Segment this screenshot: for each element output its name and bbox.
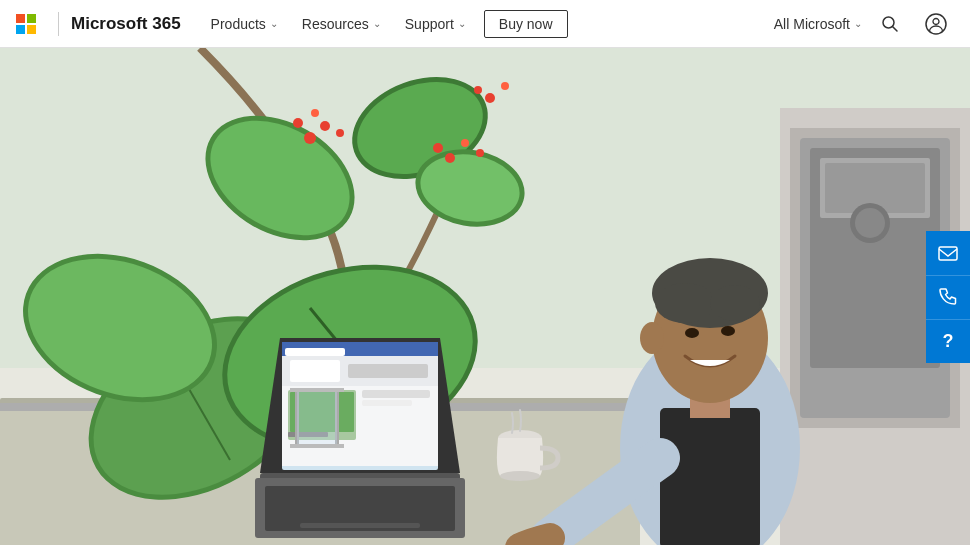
svg-rect-75 — [297, 392, 337, 444]
svg-point-37 — [461, 139, 469, 147]
svg-point-31 — [304, 132, 316, 144]
account-button[interactable] — [918, 6, 954, 42]
svg-rect-44 — [660, 408, 760, 545]
support-chevron-icon: ⌄ — [458, 18, 466, 29]
svg-point-50 — [640, 322, 664, 354]
svg-rect-73 — [290, 388, 344, 392]
svg-point-34 — [311, 109, 319, 117]
svg-point-51 — [685, 328, 699, 338]
nav-resources[interactable]: Resources ⌄ — [292, 12, 391, 36]
microsoft-logo[interactable] — [16, 14, 36, 34]
nav-products[interactable]: Products ⌄ — [201, 12, 288, 36]
nav-links: Products ⌄ Resources ⌄ Support ⌄ Buy now — [201, 10, 774, 38]
products-chevron-icon: ⌄ — [270, 18, 278, 29]
svg-point-48 — [655, 283, 715, 323]
svg-point-41 — [501, 82, 509, 90]
svg-point-16 — [855, 208, 885, 238]
phone-icon — [937, 286, 959, 308]
buy-now-button[interactable]: Buy now — [484, 10, 568, 38]
nav-support-label: Support — [405, 16, 454, 32]
svg-line-1 — [893, 26, 898, 31]
nav-divider — [58, 12, 59, 36]
svg-point-52 — [721, 326, 735, 336]
resources-chevron-icon: ⌄ — [373, 18, 381, 29]
svg-rect-59 — [285, 348, 345, 356]
svg-point-36 — [445, 153, 455, 163]
account-icon — [925, 13, 947, 35]
svg-point-32 — [320, 121, 330, 131]
hero-illustration — [0, 48, 970, 545]
hero-section: ? — [0, 48, 970, 545]
svg-point-49 — [710, 285, 760, 321]
help-button[interactable]: ? — [926, 319, 970, 363]
svg-point-70 — [500, 471, 540, 481]
svg-point-35 — [336, 129, 344, 137]
all-microsoft-chevron-icon: ⌄ — [854, 18, 862, 29]
brand-name[interactable]: Microsoft 365 — [71, 14, 181, 34]
navigation: Microsoft 365 Products ⌄ Resources ⌄ Sup… — [0, 0, 970, 48]
help-icon: ? — [943, 331, 954, 352]
svg-point-33 — [293, 118, 303, 128]
svg-point-39 — [476, 149, 484, 157]
svg-rect-56 — [300, 523, 420, 528]
nav-support[interactable]: Support ⌄ — [395, 12, 476, 36]
svg-rect-76 — [939, 247, 957, 260]
email-button[interactable] — [926, 231, 970, 275]
svg-rect-67 — [362, 390, 430, 398]
svg-point-3 — [933, 18, 939, 24]
nav-products-label: Products — [211, 16, 266, 32]
nav-resources-label: Resources — [302, 16, 369, 32]
search-icon — [881, 15, 899, 33]
all-microsoft-menu[interactable]: All Microsoft ⌄ — [774, 16, 862, 32]
phone-button[interactable] — [926, 275, 970, 319]
email-icon — [937, 242, 959, 264]
svg-point-42 — [474, 86, 482, 94]
svg-rect-62 — [348, 364, 428, 378]
svg-rect-61 — [290, 360, 340, 382]
svg-rect-74 — [290, 444, 344, 448]
ms-grid-icon — [16, 14, 36, 34]
search-button[interactable] — [872, 6, 908, 42]
nav-right-controls: All Microsoft ⌄ — [774, 6, 954, 42]
side-action-buttons: ? — [926, 231, 970, 363]
svg-point-40 — [485, 93, 495, 103]
svg-point-38 — [433, 143, 443, 153]
all-microsoft-label: All Microsoft — [774, 16, 850, 32]
svg-rect-68 — [362, 400, 412, 406]
